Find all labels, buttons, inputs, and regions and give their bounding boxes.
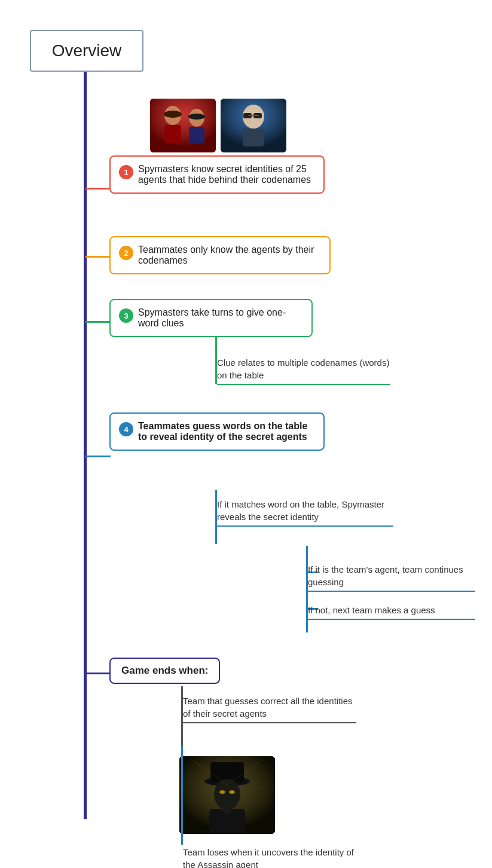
svg-point-20 <box>214 779 240 810</box>
blue-spy-card <box>221 99 286 152</box>
badge-2: 2 <box>119 246 133 260</box>
node-1-box: 1 Spymasters know secret identities of 2… <box>109 155 325 194</box>
svg-point-7 <box>188 114 205 120</box>
svg-rect-6 <box>189 127 204 143</box>
main-vertical-line <box>84 72 87 819</box>
node-2-box: 2 Teammates only know the agents by thei… <box>109 236 331 274</box>
svg-point-4 <box>164 111 182 118</box>
connector-game-ends <box>85 673 111 674</box>
red-spy-card <box>150 99 216 152</box>
svg-rect-14 <box>243 129 264 146</box>
overview-box: Overview <box>30 30 143 72</box>
connector-node1 <box>85 188 111 190</box>
svg-point-21 <box>219 790 225 794</box>
overview-title: Overview <box>52 41 122 60</box>
subnote-4: If not, next team makes a guess <box>308 604 475 620</box>
subnote-1: Clue relates to multiple codenames (word… <box>217 356 390 385</box>
badge-3: 3 <box>119 308 133 323</box>
svg-rect-3 <box>164 125 181 143</box>
win-condition: Team that guesses correct all the identi… <box>183 695 356 723</box>
spymasters-image-area <box>111 96 326 155</box>
node-4-box: 4 Teammates guess words on the table to … <box>109 412 325 451</box>
subnote-2: If it matches word on the table, Spymast… <box>217 498 393 527</box>
connector-node3 <box>85 321 111 323</box>
badge-4: 4 <box>119 422 133 436</box>
vline-assassin <box>181 746 183 845</box>
node-3-box: 3 Spymasters take turns to give one-word… <box>109 299 313 337</box>
lose-condition: Team loses when it uncovers the identity… <box>183 846 356 868</box>
connector-node4 <box>85 456 111 457</box>
game-ends-box: Game ends when: <box>109 658 220 684</box>
subnote-3: If it is the team's agent, team continue… <box>308 563 475 592</box>
svg-point-22 <box>229 790 235 794</box>
svg-rect-1 <box>150 99 216 152</box>
node-3-text: Spymasters take turns to give one-word c… <box>138 307 303 329</box>
game-ends-label: Game ends when: <box>121 665 208 676</box>
svg-rect-15 <box>248 115 259 116</box>
node-2-text: Teammates only know the agents by their … <box>138 244 321 266</box>
node-4-text: Teammates guess words on the table to re… <box>138 421 315 442</box>
badge-1: 1 <box>119 165 133 179</box>
node-1-text: Spymasters know secret identities of 25 … <box>138 164 315 185</box>
assassin-image <box>179 756 275 834</box>
connector-node2 <box>85 256 111 258</box>
